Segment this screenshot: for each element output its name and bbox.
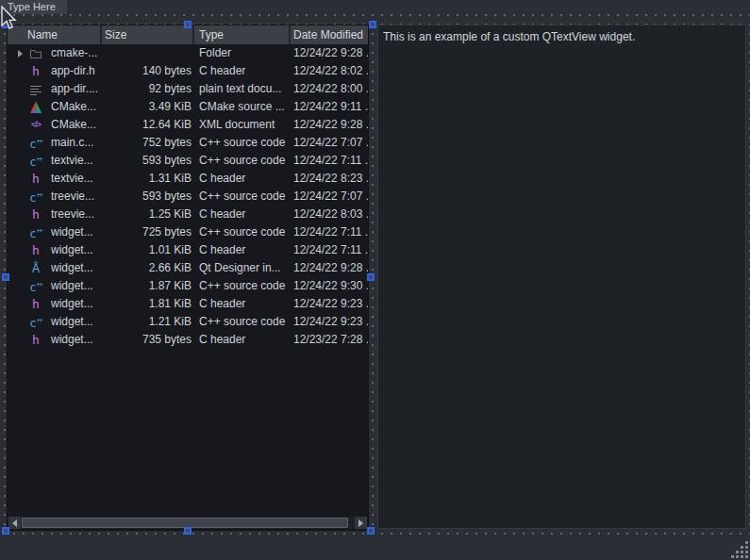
file-name: widget... [51, 223, 93, 241]
column-header-date-modified[interactable]: Date Modified [291, 25, 368, 44]
text-icon [28, 82, 43, 97]
table-row[interactable]: h widget... 1.01 KiB C header 12/24/22 7… [8, 241, 368, 259]
table-row[interactable]: c++ textvie... 593 bytes C++ source code… [8, 152, 368, 170]
designer-icon: Å [28, 261, 43, 276]
file-name: textvie... [51, 152, 93, 170]
expand-caret-icon[interactable] [13, 50, 26, 58]
cpp-icon: c++ [28, 315, 43, 330]
table-row[interactable]: h app-dir.h 140 bytes C header 12/24/22 … [8, 62, 368, 80]
cell-type: XML document [194, 116, 291, 134]
file-name: app-dir.... [51, 80, 98, 98]
cell-size: 3.49 KiB [102, 98, 194, 116]
file-name: CMake... [51, 116, 96, 134]
cell-size: 2.66 KiB [102, 259, 194, 277]
designer-form-canvas: Type Here Name Size Type Date Modified c… [0, 0, 750, 560]
cell-date: 12/23/22 7:28 . [291, 331, 368, 349]
table-row[interactable]: c++ widget... 1.87 KiB C++ source code 1… [8, 277, 368, 295]
table-row[interactable]: h textvie... 1.31 KiB C header 12/24/22 … [8, 170, 368, 188]
table-row[interactable]: </> CMake... 12.64 KiB XML document 12/2… [8, 116, 368, 134]
cell-name: c++ widget... [8, 313, 102, 331]
selection-handle-bottom-right[interactable] [367, 527, 375, 535]
cell-type: Qt Designer in... [194, 259, 291, 277]
resize-grip[interactable] [731, 541, 750, 560]
cell-size: 593 bytes [102, 188, 194, 206]
cell-type: C header [194, 170, 291, 188]
file-name: widget... [51, 331, 93, 349]
selection-handle-top-center[interactable] [184, 21, 192, 28]
file-name: widget... [51, 259, 93, 277]
table-row[interactable]: Å widget... 2.66 KiB Qt Designer in... 1… [8, 259, 368, 277]
c-header-icon: h [28, 172, 43, 187]
cell-name: app-dir.... [8, 80, 102, 98]
cell-size: 752 bytes [102, 134, 194, 152]
c-header-icon: h [28, 297, 43, 312]
table-row[interactable]: c++ treevie... 593 bytes C++ source code… [8, 188, 368, 206]
cell-name: h treevie... [8, 206, 102, 223]
cell-name: c++ main.c... [8, 134, 102, 152]
cell-date: 12/24/22 9:28 . [291, 44, 368, 62]
cell-size: 140 bytes [102, 62, 194, 80]
column-header-type[interactable]: Type [194, 25, 291, 44]
cell-size: 1.31 KiB [102, 170, 194, 188]
file-name: treevie... [51, 188, 94, 206]
selection-handle-bottom-left[interactable] [2, 527, 9, 535]
table-row[interactable]: CMake... 3.49 KiB CMake source ... 12/24… [8, 98, 368, 116]
cell-type: C++ source code [194, 313, 291, 331]
table-row[interactable]: c++ widget... 1.21 KiB C++ source code 1… [8, 313, 368, 331]
mouse-cursor-icon [0, 6, 17, 36]
cell-date: 12/24/22 7:07 . [291, 188, 368, 206]
cell-type: C++ source code [194, 134, 291, 152]
cell-date: 12/24/22 8:02 . [291, 62, 368, 80]
cell-name: cmake-... [8, 44, 102, 62]
cell-date: 12/24/22 9:30 . [291, 277, 368, 295]
cpp-icon: c++ [28, 136, 43, 151]
file-tree-view[interactable]: Name Size Type Date Modified cmake-... F… [7, 25, 369, 531]
column-header-name[interactable]: Name [8, 25, 102, 44]
table-row[interactable]: app-dir.... 92 bytes plain text docu... … [8, 80, 368, 98]
text-view[interactable]: This is an example of a custom QTextView… [377, 25, 746, 529]
cell-date: 12/24/22 7:07 . [291, 134, 368, 152]
cell-type: C++ source code [194, 188, 291, 206]
cell-size: 1.01 KiB [102, 241, 194, 259]
cell-name: CMake... [8, 98, 102, 116]
table-row[interactable]: h widget... 735 bytes C header 12/23/22 … [8, 331, 368, 349]
scroll-right-button[interactable] [355, 517, 367, 529]
cell-type: C header [194, 241, 291, 259]
file-name: CMake... [51, 98, 96, 116]
cell-name: </> CMake... [8, 116, 102, 134]
cell-date: 12/24/22 9:11 . [291, 98, 368, 116]
table-row[interactable]: h treevie... 1.25 KiB C header 12/24/22 … [8, 206, 368, 223]
cell-name: c++ treevie... [8, 188, 102, 206]
arrow-right-icon [358, 519, 363, 527]
cell-type: C++ source code [194, 152, 291, 170]
cell-date: 12/24/22 8:03 . [291, 206, 368, 223]
column-header-size[interactable]: Size [102, 25, 194, 44]
scroll-left-button[interactable] [8, 517, 21, 529]
cell-size: 725 bytes [102, 223, 194, 241]
table-row[interactable]: cmake-... Folder 12/24/22 9:28 . [8, 44, 368, 62]
cell-type: plain text docu... [194, 80, 291, 98]
selection-handle-top-right[interactable] [369, 21, 376, 28]
file-name: widget... [51, 313, 93, 331]
table-row[interactable]: h widget... 1.81 KiB C header 12/24/22 9… [8, 295, 368, 313]
c-header-icon: h [28, 243, 43, 258]
selection-handle-middle-left[interactable] [2, 273, 9, 281]
cell-name: c++ widget... [8, 277, 102, 295]
cell-name: h widget... [8, 241, 102, 259]
file-name: treevie... [51, 206, 94, 223]
cell-name: h widget... [8, 331, 102, 349]
cell-size: 735 bytes [102, 331, 194, 349]
table-row[interactable]: c++ widget... 725 bytes C++ source code … [8, 223, 368, 241]
tree-header: Name Size Type Date Modified [8, 25, 368, 44]
cpp-icon: c++ [28, 154, 43, 169]
file-name: cmake-... [51, 44, 97, 62]
selection-handle-bottom-center[interactable] [184, 527, 192, 535]
selection-handle-middle-right[interactable] [367, 273, 375, 281]
cell-type: C header [194, 206, 291, 223]
tree-rows: cmake-... Folder 12/24/22 9:28 . h app-d… [8, 44, 368, 349]
cell-date: 12/24/22 7:11 . [291, 241, 368, 259]
cell-date: 12/24/22 9:23 . [291, 295, 368, 313]
table-row[interactable]: c++ main.c... 752 bytes C++ source code … [8, 134, 368, 152]
cell-name: c++ widget... [8, 223, 102, 241]
file-name: widget... [51, 295, 93, 313]
